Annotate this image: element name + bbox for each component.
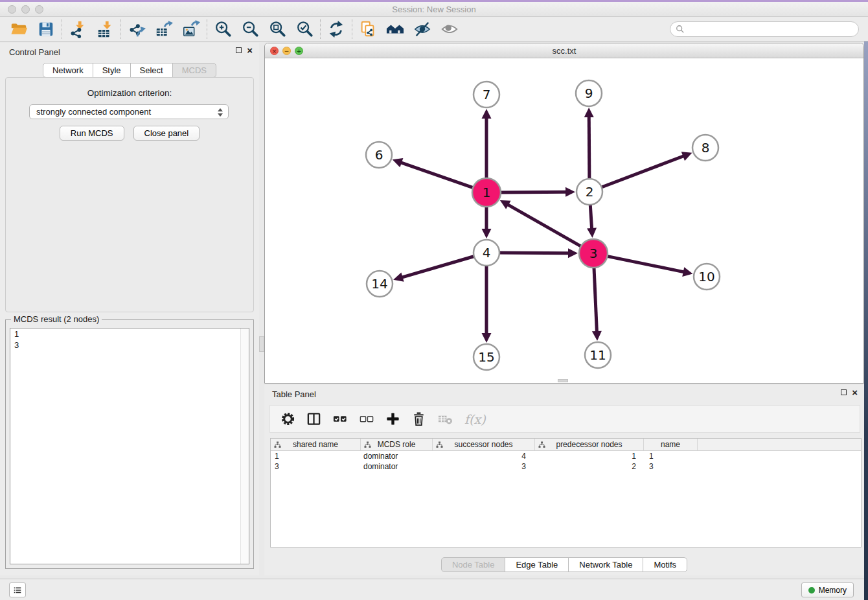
main-toolbar	[0, 17, 868, 41]
table-cell: 3	[644, 461, 698, 472]
float-table-panel-icon[interactable]	[841, 389, 847, 395]
plus-icon	[385, 411, 400, 426]
control-tab-select[interactable]: Select	[130, 63, 173, 78]
table-panel-title: Table Panel	[272, 389, 316, 399]
graph-edge-2-9[interactable]	[589, 115, 589, 181]
graph-edge-2-8[interactable]	[600, 156, 685, 188]
import-network-icon	[69, 20, 87, 38]
delete-columns-button[interactable]	[411, 411, 426, 426]
save-session-button[interactable]	[32, 19, 60, 40]
graph-edge-arrowhead	[568, 248, 578, 258]
column-header-predecessor-nodes[interactable]: predecessor nodes	[535, 439, 644, 450]
search-input[interactable]	[685, 24, 853, 34]
graph-edge-3-11[interactable]	[594, 266, 597, 334]
deselect-all-rows-button[interactable]	[359, 411, 374, 426]
graph-edge-3-10[interactable]	[606, 256, 686, 273]
apply-layout-refresh-button[interactable]	[323, 19, 350, 40]
application-window: Session: New Session	[0, 0, 868, 600]
function-builder-icon: f(x)	[464, 412, 486, 426]
graph-edge-4-14[interactable]	[400, 256, 476, 278]
select-all-rows-button[interactable]	[332, 411, 348, 426]
table-body: 1dominator4113dominator323	[271, 451, 861, 472]
export-network-button[interactable]	[123, 19, 150, 40]
export-table-button[interactable]	[150, 19, 177, 40]
table-row[interactable]: 3dominator323	[271, 461, 861, 472]
add-column-button[interactable]	[385, 411, 400, 426]
table-tab-motifs[interactable]: Motifs	[643, 557, 687, 572]
zoom-selected-button[interactable]	[291, 19, 318, 40]
network-graph[interactable]: 7968124314101511	[265, 58, 863, 383]
column-header-name[interactable]: name	[644, 439, 698, 450]
graph-edge-1-2[interactable]	[499, 192, 568, 192]
table-options-gear-button[interactable]	[280, 411, 295, 426]
status-bar: Memory	[0, 579, 864, 600]
graph-node-label: 7	[483, 87, 491, 102]
zoom-fit-button[interactable]	[264, 19, 291, 40]
control-tab-network[interactable]: Network	[43, 63, 93, 78]
float-panel-icon[interactable]	[236, 47, 242, 53]
close-panel-icon[interactable]: ×	[247, 47, 253, 54]
graph-node-label: 14	[371, 276, 387, 292]
export-image-icon	[182, 20, 200, 38]
column-header-MCDS-role[interactable]: MCDS role	[361, 439, 433, 450]
column-visibility-button[interactable]	[306, 411, 321, 426]
criterion-select[interactable]: strongly connected component	[29, 104, 229, 119]
mcds-result-line: 1	[10, 329, 249, 340]
panel-splitter-handle[interactable]	[259, 336, 264, 352]
network-window-titlebar[interactable]: × − + scc.txt	[265, 43, 863, 58]
first-neighbors-icon	[359, 20, 377, 38]
import-network-button[interactable]	[64, 19, 91, 40]
zoom-in-button[interactable]	[209, 19, 236, 40]
table-tab-node-table[interactable]: Node Table	[441, 557, 506, 572]
export-network-icon	[128, 20, 146, 38]
function-builder-button[interactable]: f(x)	[464, 412, 486, 426]
open-folder-button[interactable]	[5, 19, 32, 40]
result-scrollbar[interactable]	[240, 329, 249, 564]
delete-table-button[interactable]	[437, 411, 453, 426]
column-header-successor-nodes[interactable]: successor nodes	[433, 439, 535, 450]
graph-node-label: 4	[483, 245, 491, 260]
first-neighbors-button[interactable]	[354, 19, 382, 40]
memory-status-icon	[808, 587, 815, 594]
select-stepper-icon	[215, 106, 225, 119]
show-all-button[interactable]	[436, 19, 463, 40]
graph-edge-3-1[interactable]	[506, 203, 582, 247]
table-cell: dominator	[361, 461, 433, 472]
table-tab-edge-table[interactable]: Edge Table	[505, 557, 569, 572]
home-layout-button[interactable]	[382, 19, 409, 40]
mcds-result-list[interactable]: 13	[10, 328, 249, 564]
optimization-criterion-label: Optimization criterion:	[6, 88, 253, 98]
control-tab-style[interactable]: Style	[93, 63, 131, 78]
graph-edge-arrowhead	[482, 109, 492, 119]
criterion-selected-value: strongly connected component	[36, 107, 151, 117]
graph-edge-arrowhead	[393, 272, 404, 281]
hide-selected-button[interactable]	[409, 19, 436, 40]
import-table-button[interactable]	[91, 19, 119, 40]
close-panel-button[interactable]: Close panel	[133, 126, 200, 141]
network-canvas[interactable]: 7968124314101511	[265, 58, 863, 383]
table-row[interactable]: 1dominator411	[271, 451, 861, 461]
graph-edge-4-3[interactable]	[497, 253, 571, 253]
export-image-button[interactable]	[177, 19, 205, 40]
trash-icon	[411, 411, 426, 426]
close-table-panel-icon[interactable]: ×	[852, 389, 858, 396]
run-mcds-button[interactable]: Run MCDS	[60, 126, 124, 141]
toolbar-separator	[320, 19, 321, 39]
search-field[interactable]	[670, 21, 859, 37]
graph-edge-arrowhead	[482, 333, 492, 343]
table-toolbar: f(x)	[269, 405, 860, 433]
control-tab-mcds[interactable]: MCDS	[172, 63, 216, 78]
table-tab-network-table[interactable]: Network Table	[568, 557, 643, 572]
zoom-out-button[interactable]	[236, 19, 264, 40]
graph-edge-1-6[interactable]	[399, 162, 475, 189]
graph-edge-2-3[interactable]	[590, 203, 592, 231]
search-icon	[676, 25, 685, 34]
graph-node-label: 6	[375, 147, 383, 163]
column-header-shared-name[interactable]: shared name	[271, 439, 361, 450]
desktop-right-strip	[864, 41, 868, 600]
graph-node-label: 1	[483, 185, 491, 200]
select-all-icon	[332, 411, 348, 426]
memory-button[interactable]: Memory	[801, 583, 854, 597]
task-history-button[interactable]	[9, 583, 26, 597]
network-hscroll-thumb[interactable]	[558, 379, 568, 382]
